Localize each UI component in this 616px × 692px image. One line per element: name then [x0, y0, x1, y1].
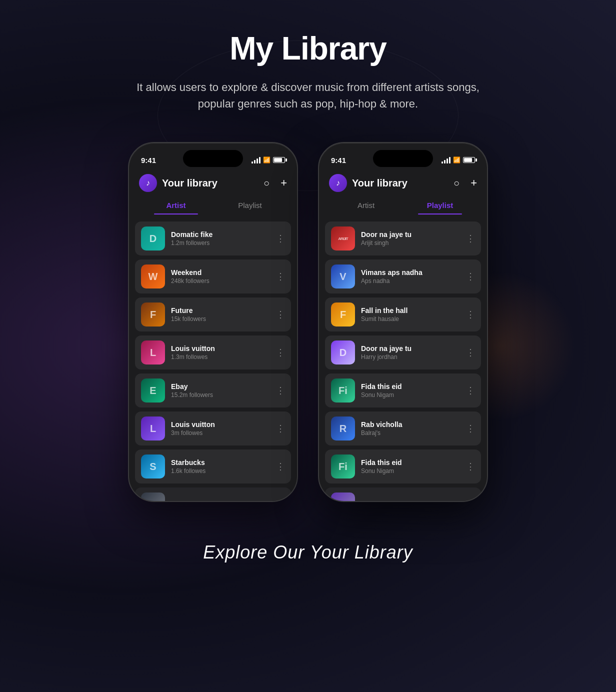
page-title: My Library [230, 30, 386, 67]
item-info: Weekend 248k followers [171, 268, 270, 284]
add-icon-1[interactable]: + [280, 176, 287, 190]
avatar: E [141, 378, 165, 402]
status-icons-2: 📶 [442, 156, 475, 164]
search-icon-1[interactable]: ○ [264, 178, 270, 189]
more-icon[interactable]: ⋮ [466, 347, 475, 358]
signal-bar-5 [442, 162, 443, 164]
avatar: ARIJIT [331, 226, 355, 250]
more-icon[interactable]: ⋮ [276, 499, 285, 502]
item-info: Louis vuitton 1.3m followes [171, 344, 270, 360]
more-icon[interactable]: ⋮ [466, 385, 475, 396]
battery-icon-2 [463, 157, 475, 163]
avatar: Fi [331, 378, 355, 402]
phones-container: 9:41 📶 ♪ Your library ○ + [128, 142, 488, 502]
list-item: T Tu hi wajah ⋮ [325, 488, 481, 502]
app-title-2: Your library [352, 178, 448, 189]
status-icons-1: 📶 [252, 156, 285, 164]
tab-artist-2[interactable]: Artist [329, 196, 403, 214]
item-info: Ebay 15.2m followers [171, 382, 270, 398]
status-time-2: 9:41 [331, 156, 346, 164]
avatar: F [141, 302, 165, 326]
signal-bar-3 [256, 158, 258, 164]
avatar: L [141, 416, 165, 440]
list-item: L Louis vuitton 3m followes ⋮ [135, 412, 291, 446]
more-icon[interactable]: ⋮ [276, 423, 285, 434]
signal-bar-2 [254, 160, 256, 164]
list-item: D Domatic fike 1.2m followers ⋮ [135, 222, 291, 256]
dynamic-island-1 [183, 150, 243, 167]
item-info: Door na jaye tu Harry jordhan [361, 344, 460, 360]
battery-fill-2 [464, 158, 472, 162]
tab-playlist-2[interactable]: Playlist [403, 196, 477, 214]
phone-artist: 9:41 📶 ♪ Your library ○ + [128, 142, 298, 502]
signal-bar-8 [449, 157, 450, 164]
item-info: Fida this eid Sonu Nigam [361, 382, 460, 398]
app-logo-2: ♪ [329, 174, 347, 192]
list-item: V Vimans aps nadha Aps nadha ⋮ [325, 260, 481, 294]
app-logo-1: ♪ [139, 174, 157, 192]
item-info: Future 15k followers [171, 306, 270, 322]
more-icon[interactable]: ⋮ [276, 309, 285, 320]
more-icon[interactable]: ⋮ [466, 423, 475, 434]
search-icon-2[interactable]: ○ [454, 178, 460, 189]
more-icon[interactable]: ⋮ [466, 233, 475, 244]
page-subtitle: It allows users to explore & discover mu… [133, 79, 483, 112]
signal-bars-2 [442, 157, 450, 164]
avatar: Fi [331, 454, 355, 478]
more-icon[interactable]: ⋮ [466, 499, 475, 502]
more-icon[interactable]: ⋮ [466, 461, 475, 472]
phone-playlist: 9:41 📶 ♪ Your library ○ + [318, 142, 488, 502]
tabs-2: Artist Playlist [319, 196, 487, 214]
item-info: Gillette [171, 500, 270, 502]
avatar: G [141, 492, 165, 502]
list-item: E Ebay 15.2m followers ⋮ [135, 374, 291, 408]
more-icon[interactable]: ⋮ [276, 271, 285, 282]
more-icon[interactable]: ⋮ [466, 271, 475, 282]
more-icon[interactable]: ⋮ [276, 233, 285, 244]
tabs-1: Artist Playlist [129, 196, 297, 214]
avatar: D [141, 226, 165, 250]
app-title-1: Your library [162, 178, 258, 189]
signal-bars-1 [252, 157, 260, 164]
artist-list: D Domatic fike 1.2m followers ⋮ W Weeken… [129, 220, 297, 502]
wifi-icon-2: 📶 [453, 156, 460, 164]
avatar: V [331, 264, 355, 288]
bottom-tagline: Explore Our Your Library [203, 542, 413, 563]
avatar: S [141, 454, 165, 478]
avatar: F [331, 302, 355, 326]
item-info: Vimans aps nadha Aps nadha [361, 268, 460, 284]
list-item: L Louis vuitton 1.3m followes ⋮ [135, 336, 291, 370]
avatar: L [141, 340, 165, 364]
music-logo-icon-2: ♪ [336, 178, 340, 188]
tab-artist-1[interactable]: Artist [139, 196, 213, 214]
list-item: D Door na jaye tu Harry jordhan ⋮ [325, 336, 481, 370]
item-info: Rab vicholla Balraj's [361, 420, 460, 436]
signal-bar-4 [259, 157, 260, 164]
item-info: Door na jaye tu Arijit singh [361, 230, 460, 246]
tab-playlist-1[interactable]: Playlist [213, 196, 287, 214]
more-icon[interactable]: ⋮ [466, 309, 475, 320]
avatar: W [141, 264, 165, 288]
more-icon[interactable]: ⋮ [276, 385, 285, 396]
dynamic-island-2 [373, 150, 433, 167]
app-header-2: ♪ Your library ○ + [319, 170, 487, 196]
battery-icon-1 [273, 157, 285, 163]
item-info: Louis vuitton 3m followes [171, 420, 270, 436]
signal-bar-1 [252, 162, 253, 164]
more-icon[interactable]: ⋮ [276, 347, 285, 358]
list-item: R Rab vicholla Balraj's ⋮ [325, 412, 481, 446]
list-item: Fi Fida this eid Sonu Nigam ⋮ [325, 374, 481, 408]
item-info: Domatic fike 1.2m followers [171, 230, 270, 246]
status-time-1: 9:41 [141, 156, 156, 164]
item-info: Tu hi wajah [361, 500, 460, 502]
battery-fill-1 [274, 158, 282, 162]
more-icon[interactable]: ⋮ [276, 461, 285, 472]
add-icon-2[interactable]: + [470, 176, 477, 190]
signal-bar-7 [446, 158, 448, 164]
item-info: Fida this eid Sonu Nigam [361, 458, 460, 474]
list-item: W Weekend 248k followers ⋮ [135, 260, 291, 294]
list-item: Fi Fida this eid Sonu Nigam ⋮ [325, 450, 481, 484]
item-info: Fall in the hall Sumit hausale [361, 306, 460, 322]
avatar: R [331, 416, 355, 440]
wifi-icon-1: 📶 [263, 156, 270, 164]
